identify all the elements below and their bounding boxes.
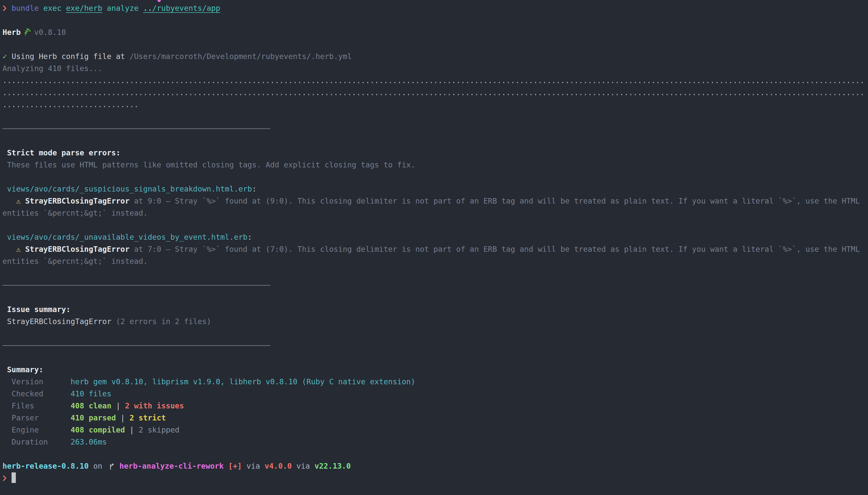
- error-wrap-line: entities `&percnt;&gt;` instead.: [2, 207, 868, 219]
- via-text: via: [242, 462, 265, 471]
- dots-text: ........................................…: [2, 88, 865, 97]
- error-wrap-line: entities `&percnt;&gt;` instead.: [2, 255, 868, 267]
- error-file-colon: :: [247, 233, 252, 241]
- command-program: bundle: [7, 4, 39, 13]
- warning-icon: ⚠: [2, 197, 25, 205]
- separator-line: ────────────────────────────────────────…: [2, 340, 868, 352]
- command-subcommand: exec: [39, 4, 66, 13]
- command-arg-path-dots: ..: [143, 4, 152, 13]
- summary-label: Version: [2, 377, 70, 386]
- blank-line: [2, 267, 868, 279]
- error-message-wrap: entities `&percnt;&gt;` instead.: [2, 209, 148, 217]
- blank-line: [2, 352, 868, 364]
- shell-status-line: herb-release-0.8.10 on herb-analyze-cli-…: [2, 460, 868, 472]
- issue-count: (2 errors in 2 files): [116, 317, 211, 326]
- prompt-chevron-icon: [2, 4, 7, 12]
- error-file-colon: :: [252, 185, 256, 193]
- git-status-badge: [+]: [224, 462, 242, 471]
- files-clean-count: 408 clean: [70, 402, 112, 410]
- separator-rule: ────────────────────────────────────────…: [2, 281, 270, 290]
- summary-title: Summary:: [2, 365, 44, 374]
- check-icon: ✓: [2, 52, 12, 61]
- summary-label: Duration: [2, 438, 70, 446]
- error-message-wrap: entities `&percnt;&gt;` instead.: [2, 257, 148, 266]
- error-name: StrayERBClosingTagError: [25, 197, 129, 205]
- error-name: StrayERBClosingTagError: [25, 245, 129, 254]
- summary-row-version: Version herb gem v0.8.10, libprism v1.9.…: [2, 376, 868, 388]
- command-line: bundle exec exe/herb analyze ../rubyeven…: [2, 2, 868, 14]
- summary-row-parser: Parser 410 parsed | 2 strict: [2, 412, 868, 424]
- parser-strict-count: 2 strict: [130, 413, 166, 422]
- repo-name: herb-release-0.8.10: [2, 462, 89, 471]
- app-name: Herb: [2, 28, 21, 37]
- error-file-line: views/avo/cards/_suspicious_signals_brea…: [2, 183, 868, 195]
- separator-line: ────────────────────────────────────────…: [2, 123, 868, 135]
- summary-label: Files: [2, 402, 70, 410]
- blank-line: [2, 111, 868, 123]
- progress-dots-row: ..............................: [2, 99, 868, 111]
- analyzing-line: Analyzing 410 files...: [2, 63, 868, 74]
- on-text: on: [89, 462, 107, 471]
- separator-line: ────────────────────────────────────────…: [2, 279, 868, 291]
- engine-compiled-count: 408 compiled: [70, 425, 125, 434]
- issue-summary-title: Issue summary:: [2, 305, 70, 314]
- summary-value: 410 files: [70, 389, 112, 398]
- summary-label: Parser: [2, 413, 70, 422]
- progress-dots-row: ........................................…: [2, 87, 868, 99]
- git-branch-icon: [109, 462, 115, 470]
- blank-line: [2, 291, 868, 304]
- herb-leaf-icon: [22, 28, 32, 37]
- prompt-chevron-icon: [2, 474, 7, 482]
- warning-icon: ⚠: [2, 245, 25, 254]
- strict-title: Strict mode parse errors:: [2, 148, 120, 157]
- blank-line: [2, 219, 868, 231]
- blank-line: [2, 171, 868, 183]
- command-action: analyze: [102, 4, 143, 13]
- config-line: ✓ Using Herb config file at /Users/marco…: [2, 50, 868, 63]
- error-detail-line: ⚠ StrayERBClosingTagError at 9:0 — Stray…: [2, 195, 868, 207]
- dots-text: ..............................: [2, 100, 139, 109]
- blank-line: [2, 14, 868, 27]
- terminal-screen[interactable]: bundle exec exe/herb analyze ../rubyeven…: [0, 0, 868, 495]
- error-file-path: views/avo/cards/_suspicious_signals_brea…: [2, 185, 252, 193]
- error-file-line: views/avo/cards/_unavailable_videos_by_e…: [2, 231, 868, 243]
- command-arg-exe: exe/herb: [66, 4, 102, 13]
- files-issues-count: 2 with issues: [125, 402, 184, 410]
- config-path: /Users/marcoroth/Development/rubyevents/…: [130, 52, 352, 61]
- strict-title-line: Strict mode parse errors:: [2, 147, 868, 159]
- engine-skipped-count: 2 skipped: [139, 425, 180, 434]
- via-text: via: [292, 462, 315, 471]
- git-branch-name: herb-analyze-cli-rework: [115, 462, 223, 471]
- app-version: v0.8.10: [34, 28, 66, 37]
- pipe-separator: |: [116, 413, 130, 422]
- progress-dots-row: ........................................…: [2, 74, 868, 87]
- dots-text: ........................................…: [2, 76, 865, 85]
- summary-value: herb gem v0.8.10, libprism v1.9.0, libhe…: [70, 377, 415, 386]
- parser-parsed-count: 410 parsed: [70, 413, 116, 422]
- summary-label: Checked: [2, 389, 70, 398]
- config-text: Using Herb config file at: [12, 52, 130, 61]
- summary-row-files: Files 408 clean | 2 with issues: [2, 400, 868, 412]
- error-message: at 7:0 — Stray `%>` found at (7:0). This…: [130, 245, 860, 254]
- terminal-cursor[interactable]: [12, 473, 16, 483]
- blank-line: [2, 38, 868, 50]
- pipe-separator: |: [125, 425, 139, 434]
- clipped-previous-line-artifact: [157, 0, 161, 2]
- blank-line: [2, 328, 868, 340]
- input-prompt-line[interactable]: [2, 472, 868, 484]
- separator-rule: ────────────────────────────────────────…: [2, 341, 270, 350]
- error-file-path: views/avo/cards/_unavailable_videos_by_e…: [2, 233, 247, 241]
- summary-row-duration: Duration 263.06ms: [2, 436, 868, 448]
- error-detail-line: ⚠ StrayERBClosingTagError at 7:0 — Stray…: [2, 243, 868, 255]
- command-arg-path: /rubyevents/app: [152, 4, 220, 13]
- issue-summary-title-line: Issue summary:: [2, 304, 868, 315]
- issue-summary-line: StrayERBClosingTagError (2 errors in 2 f…: [2, 315, 868, 328]
- summary-title-line: Summary:: [2, 364, 868, 376]
- pipe-separator: |: [112, 402, 125, 410]
- ruby-version: v4.0.0: [265, 462, 291, 471]
- node-version: v22.13.0: [315, 462, 351, 471]
- summary-row-checked: Checked 410 files: [2, 388, 868, 400]
- blank-line: [2, 448, 868, 460]
- summary-label: Engine: [2, 425, 70, 434]
- separator-rule: ────────────────────────────────────────…: [2, 124, 270, 133]
